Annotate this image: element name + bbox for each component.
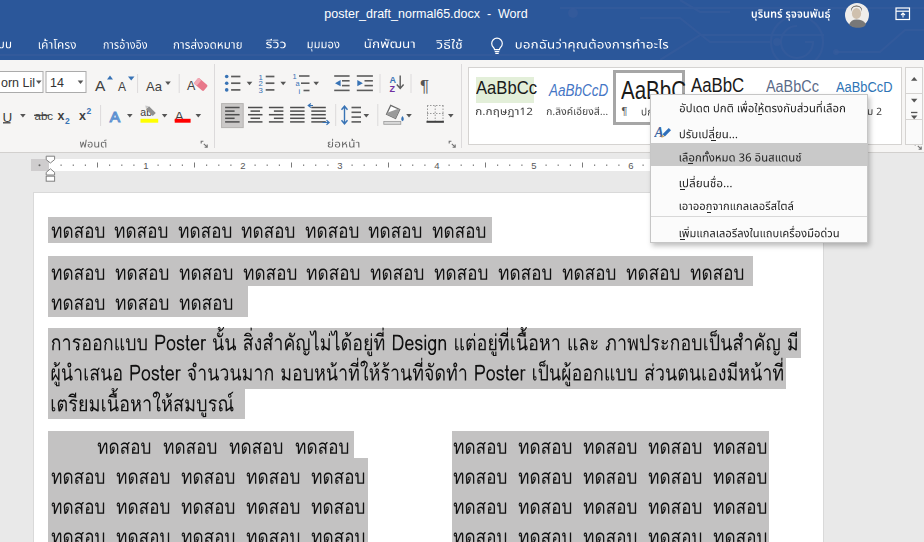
svg-text:3: 3 [337,160,342,171]
svg-text:A: A [110,108,121,125]
svg-text:x: x [79,109,86,123]
svg-text:2: 2 [240,160,245,171]
svg-text:abc: abc [35,110,54,122]
svg-text:5: 5 [531,160,536,171]
svg-text:i: i [299,87,301,96]
svg-text:A: A [187,79,196,93]
svg-text:Aa: Aa [146,79,163,94]
svg-text:Z: Z [390,84,396,94]
svg-text:6: 6 [628,160,633,171]
svg-text:4: 4 [434,160,439,171]
svg-text:orn Lil: orn Lil [1,76,35,90]
svg-text:3: 3 [258,86,262,95]
svg-text:14: 14 [50,76,64,90]
svg-text:2: 2 [65,116,70,126]
svg-text:¶: ¶ [420,77,429,96]
svg-text:1: 1 [143,160,148,171]
svg-text:x: x [58,109,65,123]
svg-text:A: A [95,77,106,94]
svg-text:A: A [118,80,126,94]
svg-text:2: 2 [87,106,92,116]
svg-text:A: A [654,125,664,140]
